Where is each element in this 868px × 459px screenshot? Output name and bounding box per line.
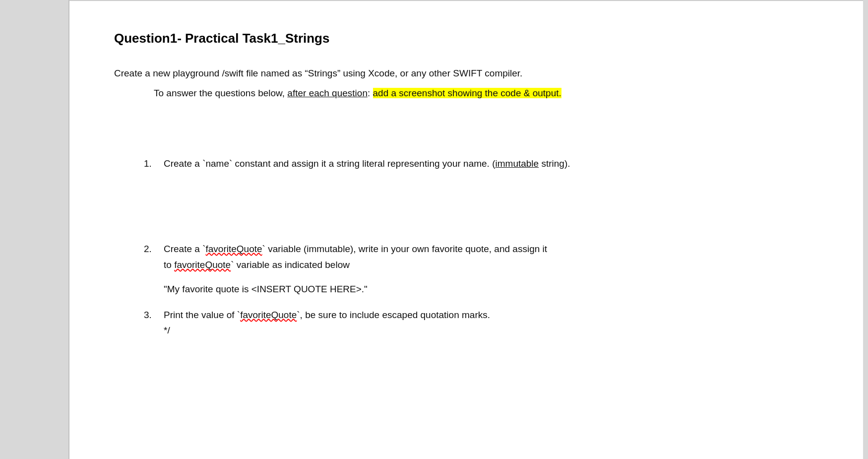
q2-code1: favoriteQuote bbox=[205, 244, 262, 254]
left-sidebar bbox=[0, 0, 69, 459]
content-area: Question1- Practical Task1_Strings Creat… bbox=[69, 0, 863, 459]
q2-quote: "My favorite quote is <INSERT QUOTE HERE… bbox=[164, 281, 823, 297]
intro-line2: To answer the questions below, after eac… bbox=[154, 86, 823, 101]
q3-closing: */ bbox=[164, 325, 170, 335]
spacer bbox=[114, 101, 823, 141]
q3-code: favoriteQuote bbox=[240, 310, 297, 320]
q2-number: 2. bbox=[144, 241, 164, 257]
q2-text-line1: Create a `favoriteQuote` variable (immut… bbox=[164, 241, 823, 257]
page-wrapper: Question1- Practical Task1_Strings Creat… bbox=[0, 0, 868, 459]
intro-colon: : bbox=[368, 88, 373, 98]
page-title: Question1- Practical Task1_Strings bbox=[114, 31, 823, 46]
question-item-1: 1. Create a `name` constant and assign i… bbox=[144, 156, 823, 172]
q1-text: Create a `name` constant and assign it a… bbox=[164, 156, 823, 171]
spacer-q1-q2 bbox=[144, 187, 823, 231]
q1-number: 1. bbox=[144, 156, 164, 172]
intro-before-link: To answer the questions below, bbox=[154, 88, 287, 98]
q2-code2: favoriteQuote bbox=[174, 260, 231, 270]
intro-line1: Create a new playground /swift file name… bbox=[114, 66, 823, 81]
intro-highlighted: add a screenshot showing the code & outp… bbox=[373, 88, 561, 98]
q2-row1: 2. Create a `favoriteQuote` variable (im… bbox=[144, 241, 823, 257]
questions-list: 1. Create a `name` constant and assign i… bbox=[144, 156, 823, 338]
q1-link: immutable bbox=[496, 158, 539, 169]
q3-text: Print the value of `favoriteQuote`, be s… bbox=[164, 307, 823, 338]
question-item-2: 2. Create a `favoriteQuote` variable (im… bbox=[144, 241, 823, 297]
right-sidebar bbox=[863, 0, 868, 459]
q2-row2: to favoriteQuote` variable as indicated … bbox=[164, 257, 823, 273]
q3-number: 3. bbox=[144, 307, 164, 323]
intro-link: after each question bbox=[287, 88, 368, 98]
question-item-3: 3. Print the value of `favoriteQuote`, b… bbox=[144, 307, 823, 338]
